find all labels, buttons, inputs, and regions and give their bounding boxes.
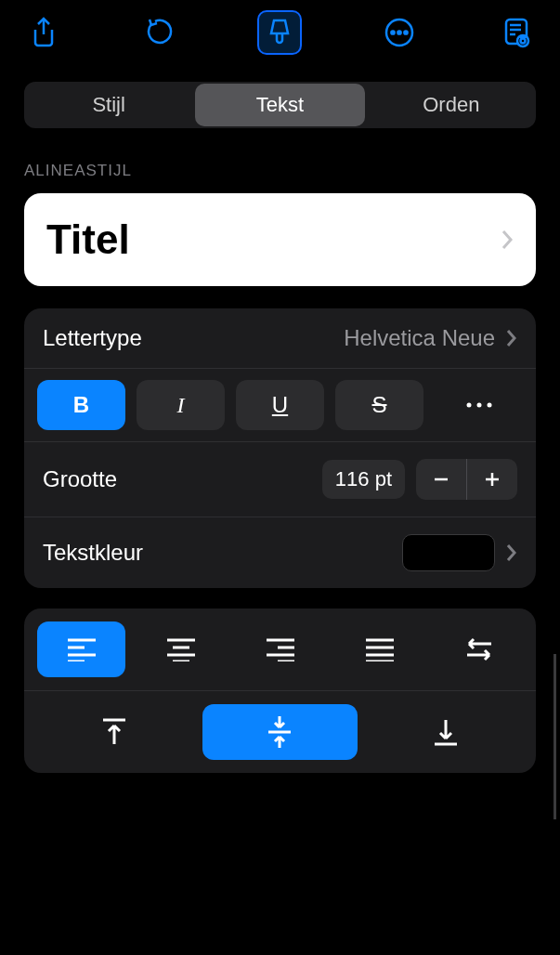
more-icon[interactable] [379,12,420,53]
paragraph-style-value: Titel [46,216,130,263]
align-right-button[interactable] [236,621,324,677]
tab-tekst[interactable]: Tekst [195,84,364,126]
format-tabs: Stijl Tekst Orden [24,82,536,128]
strike-button[interactable]: S [335,380,423,430]
presenter-icon[interactable] [496,12,537,53]
tab-stijl[interactable]: Stijl [24,82,193,128]
text-direction-button[interactable] [435,621,523,677]
chevron-right-icon [506,543,517,562]
svg-point-7 [466,403,471,408]
font-label: Lettertype [43,325,142,351]
more-styles-button[interactable] [435,380,523,430]
chevron-right-icon [501,229,514,251]
svg-point-2 [397,31,400,33]
undo-icon[interactable] [140,12,181,53]
valign-middle-button[interactable] [202,704,357,760]
align-justify-button[interactable] [335,621,423,677]
valign-top-button[interactable] [37,704,191,760]
vertical-align-row [24,691,536,773]
brush-icon[interactable] [257,10,302,55]
bold-button[interactable]: B [37,380,125,430]
italic-button[interactable]: I [137,380,225,430]
valign-bottom-button[interactable] [369,704,523,760]
size-value[interactable]: 116 pt [322,460,405,499]
text-color-row[interactable]: Tekstkleur [24,517,536,588]
font-value: Helvetica Neue [344,325,495,351]
size-stepper [416,459,517,500]
svg-point-9 [487,403,491,408]
alignment-group [24,608,536,773]
text-color-label: Tekstkleur [43,540,143,566]
align-left-button[interactable] [37,621,125,677]
svg-point-3 [404,31,407,33]
size-decrease-button[interactable] [416,459,466,500]
horizontal-align-row [24,608,536,691]
section-label: ALINEASTIJL [24,162,536,180]
annotation-bracket [553,654,556,819]
size-increase-button[interactable] [467,459,517,500]
top-toolbar [0,0,560,65]
align-center-button[interactable] [137,621,225,677]
svg-point-8 [476,403,481,408]
text-style-row: B I U S [24,369,536,442]
svg-point-1 [391,31,394,33]
underline-button[interactable]: U [236,380,324,430]
chevron-right-icon [506,329,517,347]
tab-orden[interactable]: Orden [367,82,536,128]
text-color-well[interactable] [402,534,495,571]
font-group: Lettertype Helvetica Neue B I U S Groott… [24,308,536,588]
paragraph-style-button[interactable]: Titel [24,193,536,286]
font-row[interactable]: Lettertype Helvetica Neue [24,308,536,369]
share-icon[interactable] [23,12,64,53]
size-row: Grootte 116 pt [24,442,536,517]
size-label: Grootte [43,466,117,492]
